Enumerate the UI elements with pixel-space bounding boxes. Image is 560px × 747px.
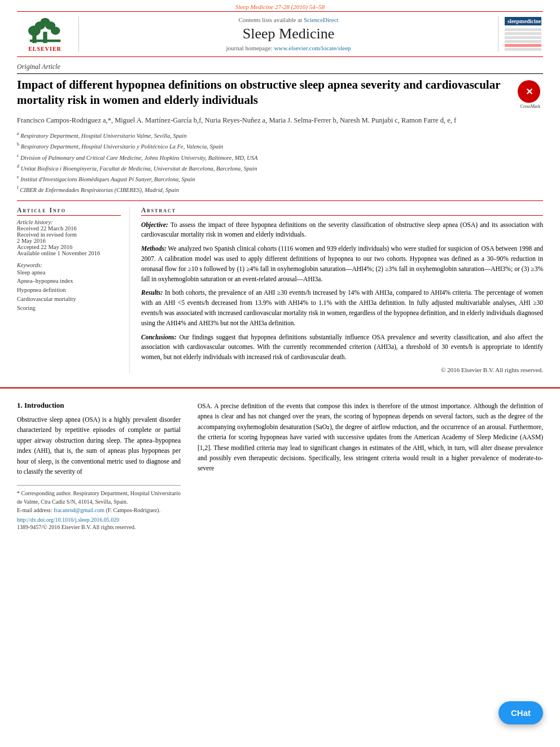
- body-section: 1. Introduction Obstructive sleep apnea …: [0, 387, 560, 541]
- revised-date: 2 May 2016: [17, 238, 121, 244]
- contents-line: Contents lists available at ScienceDirec…: [88, 16, 489, 23]
- right-column: OSA. A precise definition of the events …: [198, 401, 543, 530]
- accepted-date: Accepted 22 May 2016: [17, 244, 121, 250]
- affil-f: f CIBER de Enfermedades Respiratorias (C…: [17, 185, 543, 194]
- abstract-panel: Abstract Objective: To assess the impact…: [141, 207, 543, 374]
- keyword-1: Sleep apnea: [17, 268, 121, 277]
- authors-line: Francisco Campos-Rodriguez a,*, Miguel A…: [17, 115, 543, 126]
- elsevier-logo: ELSEVIER: [28, 16, 62, 52]
- intro-para2: OSA. A precise definition of the events …: [198, 401, 543, 474]
- keywords-label: Keywords:: [17, 262, 121, 268]
- footnote-section: * Corresponding author. Respiratory Depa…: [17, 485, 181, 530]
- article-info-panel: Article Info Article history: Received 2…: [17, 207, 130, 374]
- affil-e: e Institut d'Investigacions Biomèdiques …: [17, 174, 543, 184]
- journal-center-info: Contents lists available at ScienceDirec…: [79, 16, 498, 52]
- elsevier-logo-container: ELSEVIER: [17, 16, 79, 52]
- journal-top-ref: Sleep Medicine 27-28 (2016) 54–58: [0, 0, 560, 11]
- journal-url[interactable]: www.elsevier.com/locate/sleep: [274, 45, 351, 51]
- keyword-5: Scoring: [17, 304, 121, 313]
- article-info-title: Article Info: [17, 207, 121, 216]
- article-type: Original Article: [17, 63, 543, 74]
- doi-line[interactable]: http://dx.doi.org/10.1016/j.sleep.2016.0…: [17, 517, 181, 523]
- abstract-methods: Methods: We analyzed two Spanish clinica…: [141, 244, 543, 284]
- footnote-email: E-mail address: fracanrod@gmail.com (F. …: [17, 506, 181, 514]
- issn-line: 1389-9457/© 2016 Elsevier B.V. All right…: [17, 524, 181, 530]
- abstract-conclusions: Conclusions: Our findings suggest that h…: [141, 333, 543, 362]
- footnote-email-link[interactable]: fracanrod@gmail.com: [54, 507, 104, 513]
- crossmark-icon: ✕: [518, 80, 540, 103]
- affil-b: b Respiratory Department, Hospital Unive…: [17, 141, 543, 151]
- svg-rect-7: [29, 40, 60, 42]
- top-ref-text: Sleep Medicine 27-28 (2016) 54–58: [235, 3, 325, 10]
- available-date: Available online 1 November 2016: [17, 250, 121, 256]
- received-date: Received 22 March 2016: [17, 225, 121, 231]
- crossmark-logo: ✕ CrossMark: [518, 80, 543, 109]
- affil-d: d Unitat Biofísica i Bioenginyeria, Facu…: [17, 163, 543, 173]
- affil-a: a Respiratory Department, Hospital Unive…: [17, 130, 543, 140]
- affiliations-block: a Respiratory Department, Hospital Unive…: [17, 130, 543, 195]
- sm-logo-box: sleepmedicine: [505, 17, 541, 25]
- abstract-objective: Objective: To assess the impact of three…: [141, 220, 543, 241]
- keyword-3: Hypopnea definition: [17, 286, 121, 295]
- intro-para1: Obstructive sleep apnea (OSA) is a highl…: [17, 414, 181, 477]
- abstract-title: Abstract: [141, 207, 543, 216]
- two-col-layout: 1. Introduction Obstructive sleep apnea …: [17, 401, 543, 530]
- left-column: 1. Introduction Obstructive sleep apnea …: [17, 401, 181, 530]
- revised-label: Received in revised form: [17, 231, 121, 238]
- history-label: Article history:: [17, 219, 121, 225]
- intro-heading: 1. Introduction: [17, 401, 181, 410]
- info-abstract-section: Article Info Article history: Received 2…: [17, 200, 543, 374]
- keywords-section: Keywords: Sleep apnea Apnea–hypopnea ind…: [17, 262, 121, 313]
- journal-title: Sleep Medicine: [88, 25, 489, 42]
- article-container: Original Article Impact of different hyp…: [0, 57, 560, 385]
- article-title-block: Impact of different hypopnea definitions…: [17, 77, 543, 109]
- abstract-results: Results: In both cohorts, the prevalence…: [141, 288, 543, 328]
- copyright-line: © 2016 Elsevier B.V. All rights reserved…: [141, 366, 543, 373]
- page: Sleep Medicine 27-28 (2016) 54–58 ELSEVI…: [0, 0, 560, 541]
- chat-widget-button[interactable]: CHat: [498, 701, 543, 724]
- article-title: Impact of different hypopnea definitions…: [17, 77, 509, 108]
- elsevier-tree-icon: [28, 16, 62, 45]
- sm-logo-lines: [505, 27, 541, 52]
- sm-logo-container: sleepmedicine: [498, 16, 543, 52]
- sciencedirect-link[interactable]: ScienceDirect: [304, 16, 339, 23]
- journal-header: ELSEVIER Contents lists available at Sci…: [17, 11, 543, 57]
- footnote-star: * Corresponding author. Respiratory Depa…: [17, 489, 181, 506]
- keyword-2: Apnea–hypopnea index: [17, 277, 121, 286]
- keyword-4: Cardiovascular mortality: [17, 295, 121, 304]
- journal-homepage: journal homepage: www.elsevier.com/locat…: [88, 45, 489, 51]
- elsevier-label: ELSEVIER: [28, 46, 62, 52]
- affil-c: c Division of Pulmonary and Critical Car…: [17, 152, 543, 162]
- svg-point-5: [51, 27, 60, 35]
